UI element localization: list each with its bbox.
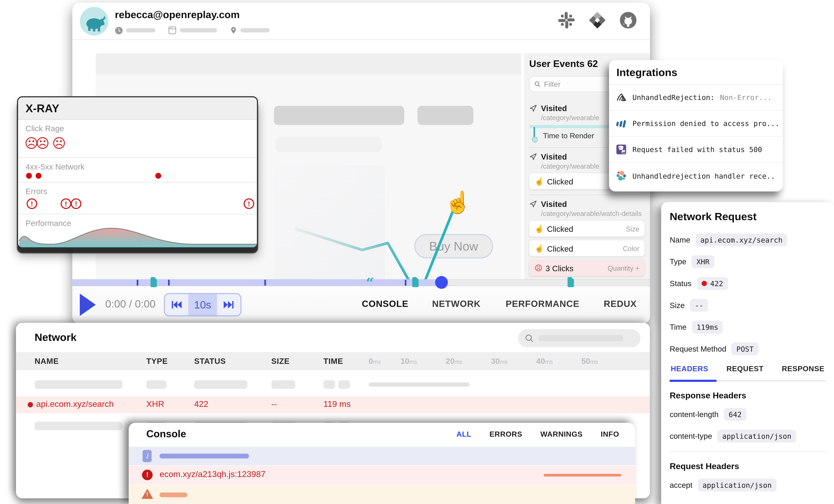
xray-click-rage-section: Click Rage ☹ ☹ ☹ [18, 119, 257, 158]
alert-circle-icon: ! [244, 198, 254, 209]
timeline-event-tick[interactable] [264, 280, 266, 286]
log-placeholder-bar [544, 474, 621, 477]
waterfall-tick: 30ms [491, 356, 507, 365]
timeline-page-marker[interactable] [151, 277, 157, 287]
datadog-icon [615, 144, 627, 155]
slack-icon[interactable] [557, 11, 575, 29]
header-value: 642 [724, 408, 746, 421]
console-title: Console [146, 428, 186, 440]
playhead[interactable] [435, 276, 448, 289]
request-time-value: 119ms [692, 321, 723, 333]
angry-face-icon: ☹ [535, 264, 542, 272]
network-error-dot [36, 173, 42, 179]
search-icon [524, 333, 534, 343]
timeline-event-tick[interactable] [137, 280, 138, 286]
network-row-placeholder[interactable] [16, 376, 650, 393]
timeline-event-tick[interactable] [405, 280, 407, 286]
page-mock-toolbar [96, 53, 521, 74]
player-controls: 0:00 / 0:00 10s CONSOLE NETWORK PERFORMA… [72, 286, 650, 324]
search-icon [534, 80, 541, 88]
location-pin-icon [230, 26, 237, 35]
browser-icon [168, 26, 177, 35]
row-status: 422 [194, 399, 208, 409]
visited-event[interactable]: Visited [529, 199, 645, 209]
error-source: ecom.xyz/a213qh.js:123987 [160, 470, 266, 479]
xray-panel: X-RAY Click Rage ☹ ☹ ☹ 4xx-5xx Network E… [17, 96, 258, 248]
network-request-panel: Network Request Name api.ecom.xyz/search… [661, 202, 834, 504]
rage-click-event-card[interactable]: ☹ 3 Clicks Quantity + [529, 260, 645, 276]
network-search[interactable] [518, 329, 640, 347]
network-row-error[interactable]: api.ecom.xyz/search XHR 422 -- 119 ms [16, 396, 650, 413]
request-type-value: XHR [692, 255, 715, 268]
timeline-played [72, 279, 441, 286]
timeline-remaining [441, 279, 650, 286]
error-icon: ! [142, 470, 153, 480]
tab-headers[interactable]: HEADERS [671, 364, 708, 373]
player-timeline[interactable]: “ [72, 279, 650, 286]
info-icon: i [142, 450, 152, 462]
field-label: Request Method [670, 345, 726, 353]
header-key: accept [670, 481, 692, 489]
tab-info[interactable]: INFO [601, 430, 619, 438]
devtools-tabs: CONSOLE NETWORK PERFORMANCE REDUX [72, 286, 650, 324]
tab-redux[interactable]: REDUX [603, 299, 637, 309]
alert-circle-icon: ! [71, 198, 81, 209]
tab-request[interactable]: REQUEST [726, 364, 764, 373]
click-hand-icon: ☝ [535, 224, 544, 233]
navigate-icon [529, 153, 537, 160]
skeleton-title [274, 106, 404, 125]
tab-console[interactable]: CONSOLE [362, 299, 409, 309]
clicked-event-card[interactable]: ☝ Clicked Size [529, 221, 645, 237]
integration-item[interactable]: UnhandledRejection: Non-Error... [609, 85, 783, 111]
console-panel: Console ALL ERRORS WARNINGS INFO i ! eco… [129, 423, 635, 504]
col-name: NAME [35, 356, 59, 365]
tab-network[interactable]: NETWORK [432, 299, 481, 309]
angry-face-icon: ☹ [36, 137, 49, 150]
jira-icon[interactable] [588, 11, 606, 29]
network-request-title: Network Request [670, 211, 826, 223]
search-placeholder-bar [538, 335, 623, 342]
clicked-event-card[interactable]: ☝ Clicked Color [529, 240, 645, 256]
waterfall-tick: 0ms [369, 356, 381, 365]
tab-performance[interactable]: PERFORMANCE [506, 299, 579, 309]
session-header: rebecca@openreplay.com [72, 3, 650, 40]
xray-title: X-RAY [18, 97, 257, 119]
timeline-event-tick[interactable] [168, 280, 170, 286]
alert-circle-icon: ! [27, 198, 37, 209]
clock-icon [115, 26, 123, 34]
row-size: -- [271, 399, 277, 409]
field-label: Name [670, 236, 690, 244]
console-log-info[interactable]: i [129, 447, 635, 465]
request-headers-title: Request Headers [670, 462, 826, 471]
navigate-icon [529, 200, 537, 208]
click-hand-icon: ☝ [535, 177, 544, 185]
integration-item[interactable]: Unhandledrejection handler rece.. [609, 163, 783, 189]
tab-all[interactable]: ALL [457, 430, 471, 438]
console-log-warning[interactable]: ! [129, 485, 635, 504]
field-label: Time [670, 323, 686, 331]
session-meta [115, 26, 270, 35]
waterfall-tick: 50ms [581, 356, 598, 365]
col-size: SIZE [271, 356, 290, 365]
tab-errors[interactable]: ERRORS [489, 430, 522, 438]
header-key: content-type [670, 432, 712, 440]
skeleton-title-small [417, 106, 473, 125]
header-value: application/json [698, 479, 776, 491]
timeline-page-marker[interactable] [412, 277, 419, 287]
integration-item[interactable]: Permission denied to access pro... [609, 111, 783, 136]
performance-area-chart [18, 226, 257, 247]
github-icon[interactable] [619, 11, 637, 29]
xray-errors-section: Errors ! ! ! ! [18, 182, 257, 214]
skeleton-subtitle [276, 137, 382, 152]
field-label: Status [670, 279, 692, 288]
buy-now-button[interactable]: Buy Now [414, 234, 493, 259]
tabs-underline [670, 380, 826, 381]
request-size-value: -- [690, 299, 708, 312]
timeline-page-marker[interactable] [568, 277, 574, 287]
integration-item[interactable]: Request failed with status 500 [609, 137, 783, 163]
console-log-error[interactable]: ! ecom.xyz/a213qh.js:123987 [129, 466, 635, 485]
integrations-panel: Integrations UnhandledRejection: Non-Err… [609, 60, 783, 192]
network-title: Network [35, 331, 76, 344]
tab-response[interactable]: RESPONSE [782, 364, 825, 373]
tab-warnings[interactable]: WARNINGS [541, 430, 583, 438]
